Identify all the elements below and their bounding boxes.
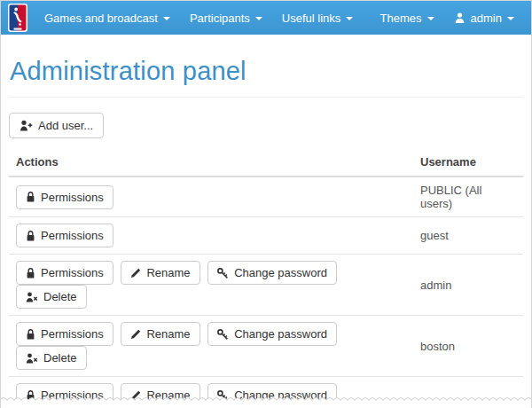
nba-logo[interactable] bbox=[8, 4, 27, 32]
change-password-button[interactable]: Change password bbox=[207, 383, 337, 407]
change-password-button[interactable]: Change password bbox=[207, 322, 337, 346]
delete-button[interactable]: Delete bbox=[16, 285, 87, 309]
nav-right-menu: Themes admin bbox=[371, 1, 531, 35]
table-header-row: Actions Username bbox=[9, 150, 523, 177]
pencil-icon bbox=[130, 329, 141, 340]
key-icon bbox=[217, 329, 229, 340]
main-content: Administration panel Add user... Actions… bbox=[1, 57, 531, 408]
lock-icon bbox=[26, 231, 35, 241]
lock-icon bbox=[26, 390, 35, 401]
rename-button[interactable]: Rename bbox=[121, 322, 200, 346]
nav-item-label: Games and broadcast bbox=[44, 12, 158, 25]
column-header-actions: Actions bbox=[9, 150, 413, 177]
nav-item-label: Useful links bbox=[282, 12, 340, 25]
actions-cell: Permissions bbox=[9, 177, 413, 217]
delete-label: Delete bbox=[43, 351, 77, 365]
rename-button[interactable]: Rename bbox=[121, 261, 200, 285]
user-icon bbox=[454, 12, 466, 23]
nav-item-admin-account[interactable]: admin bbox=[444, 1, 524, 35]
table-row: Permissions Rename Change password bbox=[9, 255, 523, 316]
permissions-button[interactable]: Permissions bbox=[16, 224, 113, 247]
change-password-label: Change password bbox=[234, 327, 327, 341]
actions-cell: Permissions Rename Change password bbox=[9, 255, 413, 316]
pencil-icon bbox=[130, 268, 141, 279]
nav-item-participants[interactable]: Participants bbox=[180, 1, 272, 35]
actions-cell: Permissions Rename Change password bbox=[9, 316, 413, 377]
chevron-down-icon bbox=[346, 17, 353, 20]
permissions-button[interactable]: Permissions bbox=[16, 383, 113, 407]
chevron-down-icon bbox=[507, 17, 514, 20]
permissions-label: Permissions bbox=[41, 388, 104, 402]
actions-cell: Permissions Rename Change password bbox=[9, 377, 413, 408]
key-icon bbox=[217, 268, 229, 279]
admin-panel-screen: Games and broadcast Participants Useful … bbox=[0, 0, 532, 408]
chevron-down-icon bbox=[255, 17, 262, 20]
divider bbox=[9, 97, 523, 98]
username-cell: admin bbox=[413, 255, 523, 316]
rename-label: Rename bbox=[146, 327, 190, 341]
lock-icon bbox=[26, 268, 35, 279]
delete-label: Delete bbox=[43, 290, 77, 303]
top-navbar: Games and broadcast Participants Useful … bbox=[1, 1, 531, 35]
change-password-button[interactable]: Change password bbox=[207, 261, 337, 285]
table-row: Permissions PUBLIC (All users) bbox=[9, 177, 523, 217]
lock-icon bbox=[26, 192, 35, 202]
rename-button[interactable]: Rename bbox=[121, 383, 200, 407]
column-header-username: Username bbox=[413, 150, 523, 177]
nav-item-label: admin bbox=[471, 12, 502, 25]
username-cell: PUBLIC (All users) bbox=[413, 177, 523, 217]
permissions-label: Permissions bbox=[41, 229, 104, 242]
rename-label: Rename bbox=[146, 266, 190, 279]
add-user-label: Add user... bbox=[38, 119, 93, 132]
add-user-button[interactable]: Add user... bbox=[9, 113, 104, 138]
nav-item-themes[interactable]: Themes bbox=[371, 1, 444, 35]
key-icon bbox=[217, 390, 229, 401]
chevron-down-icon bbox=[427, 17, 434, 20]
page-title: Administration panel bbox=[10, 57, 523, 86]
nav-left-menu: Games and broadcast Participants Useful … bbox=[35, 1, 363, 35]
nav-item-games-and-broadcast[interactable]: Games and broadcast bbox=[35, 1, 180, 35]
user-plus-icon bbox=[20, 120, 33, 131]
change-password-label: Change password bbox=[234, 388, 327, 402]
delete-button[interactable]: Delete bbox=[16, 346, 87, 370]
lock-icon bbox=[26, 329, 35, 340]
table-row: Permissions guest bbox=[9, 217, 523, 255]
user-x-icon bbox=[26, 292, 38, 302]
users-table: Actions Username Permissions PUBLIC (All… bbox=[9, 150, 523, 408]
change-password-label: Change password bbox=[234, 266, 327, 279]
permissions-label: Permissions bbox=[41, 266, 104, 279]
pencil-icon bbox=[130, 390, 141, 401]
permissions-button[interactable]: Permissions bbox=[16, 261, 113, 285]
username-cell: game_manager bbox=[413, 377, 523, 408]
permissions-button[interactable]: Permissions bbox=[16, 322, 113, 346]
actions-cell: Permissions bbox=[9, 217, 413, 255]
table-row: Permissions Rename Change password bbox=[9, 316, 523, 377]
table-row: Permissions Rename Change password bbox=[9, 377, 523, 408]
chevron-down-icon bbox=[163, 17, 170, 20]
permissions-label: Permissions bbox=[41, 191, 104, 204]
permissions-button[interactable]: Permissions bbox=[16, 185, 113, 209]
nav-item-label: Themes bbox=[380, 12, 422, 25]
username-cell: guest bbox=[413, 217, 523, 255]
permissions-label: Permissions bbox=[41, 327, 104, 341]
rename-label: Rename bbox=[146, 388, 190, 402]
nav-item-useful-links[interactable]: Useful links bbox=[272, 1, 363, 35]
user-x-icon bbox=[26, 353, 38, 364]
user-table-body: Permissions PUBLIC (All users) Permissio… bbox=[9, 177, 523, 408]
nav-item-label: Participants bbox=[190, 12, 250, 25]
username-cell: boston bbox=[413, 316, 523, 377]
